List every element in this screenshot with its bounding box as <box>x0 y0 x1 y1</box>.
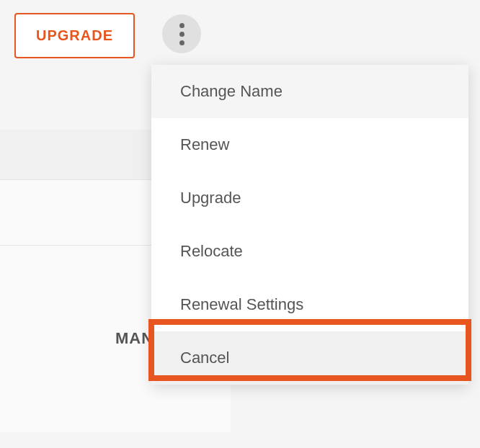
menu-item-upgrade[interactable]: Upgrade <box>151 171 468 225</box>
menu-item-label: Change Name <box>180 82 283 100</box>
menu-item-renewal-settings[interactable]: Renewal Settings <box>151 278 468 331</box>
upgrade-button[interactable]: UPGRADE <box>14 13 135 58</box>
menu-item-change-name[interactable]: Change Name <box>151 65 468 118</box>
menu-item-cancel[interactable]: Cancel <box>151 331 468 385</box>
menu-item-label: Renewal Settings <box>180 295 303 313</box>
upgrade-button-label: UPGRADE <box>36 27 113 43</box>
vertical-dots-icon <box>179 23 185 45</box>
menu-item-label: Upgrade <box>180 189 241 207</box>
menu-item-label: Renew <box>180 135 229 153</box>
more-options-button[interactable] <box>162 14 201 53</box>
menu-item-label: Cancel <box>180 349 229 367</box>
menu-item-relocate[interactable]: Relocate <box>151 225 468 278</box>
menu-item-label: Relocate <box>180 242 243 260</box>
dropdown-menu: Change Name Renew Upgrade Relocate Renew… <box>151 65 468 385</box>
menu-item-renew[interactable]: Renew <box>151 118 468 171</box>
